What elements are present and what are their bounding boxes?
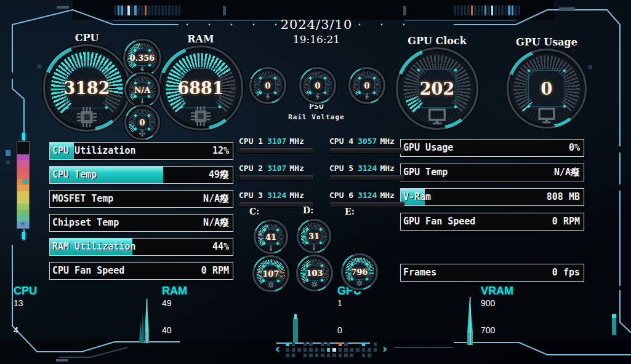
meter-ram-min: 40 <box>162 325 172 335</box>
core-cpu-1-unit: MHz <box>289 136 303 146</box>
ram-spark-graph <box>137 299 153 343</box>
tick-5 <box>131 6 134 15</box>
pager-dot-0-9 <box>339 342 342 346</box>
meter-vram-label: VRAM <box>481 285 530 298</box>
gauge-drive-d-usage: 103 <box>296 255 333 291</box>
strip-segment-1 <box>17 148 29 154</box>
tick-18 <box>175 6 177 15</box>
strip-segment-7 <box>17 185 29 191</box>
tick-17 <box>512 6 514 15</box>
gauge-cpu: CPU3182 <box>43 44 131 132</box>
tick-18 <box>515 6 517 15</box>
core-cpu-4-unit: MHz <box>380 136 394 146</box>
core-cpu-3-unit: MHz <box>289 191 303 200</box>
stat-cpu-temp: CPU Temp49癈 <box>49 166 233 184</box>
core-cpu-2-value: 3107 <box>267 164 286 173</box>
chip-icon <box>191 106 211 126</box>
core-cpu-6-unit: MHz <box>380 191 394 200</box>
stat-gpu-fan-speed-value: 0 RPM <box>552 213 584 230</box>
meter-cpu-label: CPU <box>14 285 63 298</box>
strip-segment-8 <box>17 191 29 197</box>
stat-gpu-temp-value: N/A癈 <box>554 164 584 181</box>
gauge-cpu-fan-dial: 0 <box>124 105 160 140</box>
strip-segment-3 <box>17 160 29 167</box>
core-cpu-2-unit: MHz <box>289 164 303 173</box>
gauge-drive-e-usage: 796 <box>341 253 378 290</box>
gauge-drive-c-temp: 41 <box>254 220 288 254</box>
tick-13 <box>158 6 161 15</box>
pager-dot-0-2 <box>297 342 301 346</box>
meter-cpu-min: 4 <box>14 325 18 335</box>
pager-dot-2-3 <box>303 354 307 357</box>
stat-gpu-fan-speed: GPU Fan Speed0 RPM <box>400 213 584 231</box>
stat-ram-utilization-value: 44% <box>212 239 233 255</box>
pager: ‹ › <box>274 341 388 357</box>
pager-dot-2-7 <box>327 354 331 357</box>
tick-7 <box>138 6 140 15</box>
pager-dot-0-8 <box>332 342 336 346</box>
stat-cpu-temp-value: 49癈 <box>209 167 233 183</box>
temp-color-strip: 49 <box>17 141 30 229</box>
pager-next-arrow[interactable]: › <box>381 341 388 357</box>
tick-2 <box>121 6 123 15</box>
vram-spark-graph <box>463 297 476 345</box>
tick-19 <box>518 6 521 15</box>
pager-dot-2-11 <box>350 354 354 357</box>
pager-dot-0-11 <box>350 342 354 346</box>
tick-13 <box>498 6 500 15</box>
drive-header-c: C: <box>249 207 259 216</box>
tick-2 <box>460 6 463 15</box>
pager-dot-0-4 <box>309 342 313 346</box>
pager-dot-2-14 <box>368 354 371 357</box>
stat-ram-utilization: RAM Utilization44% <box>49 238 233 256</box>
bolt-icon <box>363 93 371 101</box>
stat-gpu-usage: GPU Usage0% <box>400 139 584 157</box>
core-cpu-5-label: CPU 5 <box>329 164 353 173</box>
top-tick-solo-left <box>223 6 226 15</box>
tick-9 <box>484 6 487 15</box>
tick-1 <box>118 6 120 15</box>
pager-dot-0-15 <box>374 342 377 346</box>
pager-dot-1-9 <box>339 348 342 352</box>
tick-3 <box>464 6 467 15</box>
core-cpu-4-value: 3057 <box>358 136 377 146</box>
stat-frames-label: Frames <box>401 264 436 281</box>
tick-10 <box>488 6 490 15</box>
drive-header-e: E: <box>345 207 355 216</box>
gear-icon <box>267 281 275 289</box>
stat-cpu-utilization-value: 12% <box>212 143 233 159</box>
psu-caption: PSU Rail Voltage <box>280 101 353 121</box>
tick-15 <box>165 6 167 15</box>
tick-8 <box>141 6 143 15</box>
thermo-icon <box>310 243 318 251</box>
meter-ram: RAM4940 <box>162 285 211 298</box>
cpu-core-frequencies: CPU 13107MHzCPU 23107MHzCPU 33124MHzCPU … <box>239 136 404 208</box>
stat-cpu-fan-speed-label: CPU Fan Speed <box>50 263 124 279</box>
tick-7 <box>478 6 480 15</box>
meter-cpu: CPU134 <box>14 285 63 298</box>
tick-12 <box>155 6 157 15</box>
tick-1 <box>457 6 460 15</box>
stat-gpu-usage-value: 0% <box>569 140 584 156</box>
core-cpu-2-label: CPU 2 <box>239 164 263 173</box>
core-cpu-2-bar <box>239 175 314 181</box>
pager-dot-2-0 <box>286 354 289 357</box>
pager-dot-1-4 <box>309 348 313 352</box>
core-cpu-4: CPU 43057MHz <box>329 136 404 154</box>
pager-row-2 <box>286 354 377 357</box>
chip-icon <box>77 107 97 127</box>
core-cpu-1-bar <box>239 148 314 154</box>
monitor-icon <box>537 106 556 124</box>
pager-dot-grid <box>286 342 377 357</box>
pager-row-0 <box>286 342 377 346</box>
pager-dot-1-6 <box>321 348 324 352</box>
pager-dot-2-4 <box>309 354 313 357</box>
gauge-gpu-usage: GPU Usage0 <box>507 49 587 129</box>
pager-dot-0-7 <box>327 342 331 346</box>
stat-mosfet-temp: MOSFET TempN/A癈 <box>49 190 233 208</box>
stat-ram-utilization-label: RAM Utilization <box>50 239 135 255</box>
tick-17 <box>172 6 174 15</box>
core-cpu-6-bar <box>329 202 404 208</box>
pager-prev-arrow[interactable]: ‹ <box>274 341 281 357</box>
meter-ram-label: RAM <box>162 285 211 298</box>
